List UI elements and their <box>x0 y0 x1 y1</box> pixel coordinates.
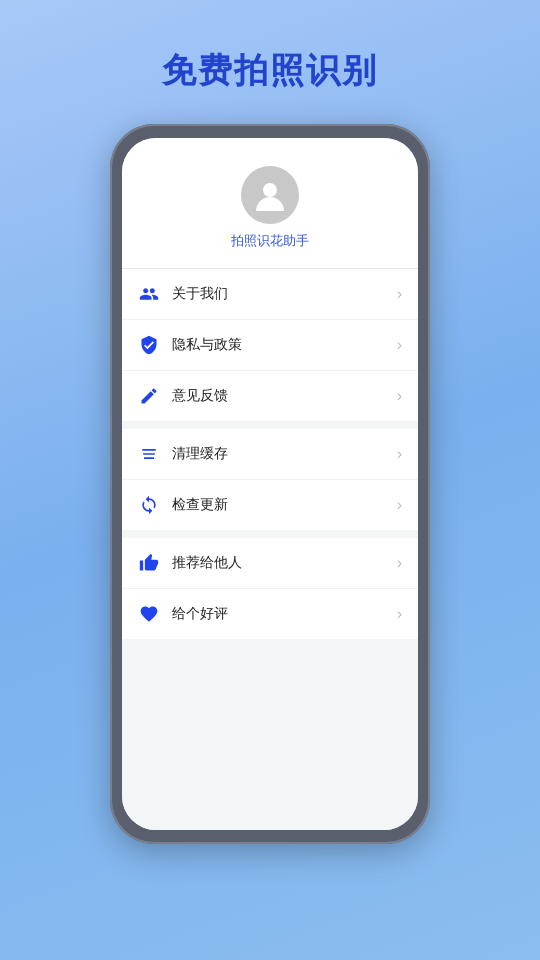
menu-label-rate: 给个好评 <box>172 605 397 623</box>
menu-item-feedback[interactable]: 意见反馈 › <box>122 371 418 421</box>
menu-item-rate[interactable]: 给个好评 › <box>122 589 418 639</box>
menu-section-3: 推荐给他人 › 给个好评 › <box>122 538 418 639</box>
menu-item-privacy[interactable]: 隐私与政策 › <box>122 320 418 371</box>
users-icon <box>138 283 160 305</box>
menu-label-recommend: 推荐给他人 <box>172 554 397 572</box>
shield-icon <box>138 334 160 356</box>
profile-name: 拍照识花助手 <box>231 232 309 250</box>
cache-icon <box>138 443 160 465</box>
chevron-icon-privacy: › <box>397 336 402 354</box>
thumbup-icon <box>138 552 160 574</box>
chevron-icon-about: › <box>397 285 402 303</box>
chevron-icon-check-update: › <box>397 496 402 514</box>
update-icon <box>138 494 160 516</box>
menu-container: 关于我们 › 隐私与政策 › <box>122 269 418 830</box>
phone-shell: 拍照识花助手 关于我们 › <box>110 124 430 844</box>
menu-label-privacy: 隐私与政策 <box>172 336 397 354</box>
menu-label-feedback: 意见反馈 <box>172 387 397 405</box>
chevron-icon-recommend: › <box>397 554 402 572</box>
menu-label-check-update: 检查更新 <box>172 496 397 514</box>
avatar-icon <box>252 177 288 213</box>
chevron-icon-rate: › <box>397 605 402 623</box>
chevron-icon-feedback: › <box>397 387 402 405</box>
menu-item-recommend[interactable]: 推荐给他人 › <box>122 538 418 589</box>
chevron-icon-clear-cache: › <box>397 445 402 463</box>
menu-label-about: 关于我们 <box>172 285 397 303</box>
menu-section-2: 清理缓存 › 检查更新 › <box>122 429 418 530</box>
heart-icon <box>138 603 160 625</box>
menu-item-clear-cache[interactable]: 清理缓存 › <box>122 429 418 480</box>
menu-item-check-update[interactable]: 检查更新 › <box>122 480 418 530</box>
avatar <box>241 166 299 224</box>
svg-point-0 <box>263 183 277 197</box>
menu-section-1: 关于我们 › 隐私与政策 › <box>122 269 418 421</box>
menu-item-about[interactable]: 关于我们 › <box>122 269 418 320</box>
phone-screen: 拍照识花助手 关于我们 › <box>122 138 418 830</box>
feedback-icon <box>138 385 160 407</box>
profile-section: 拍照识花助手 <box>122 138 418 269</box>
page-title: 免费拍照识别 <box>162 48 378 94</box>
menu-label-clear-cache: 清理缓存 <box>172 445 397 463</box>
